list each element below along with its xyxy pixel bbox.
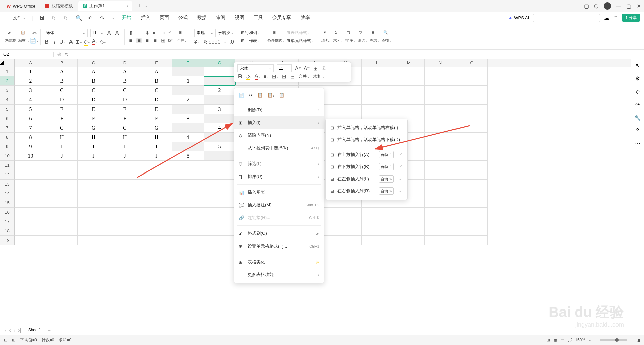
cell-F7[interactable] — [172, 123, 204, 133]
cell-C11[interactable] — [78, 161, 109, 170]
mini-font-select[interactable]: 宋体⌄ — [237, 64, 274, 72]
cell-D4[interactable]: D — [109, 95, 141, 105]
ctx-copy-icon[interactable]: 📄 — [239, 93, 244, 98]
row-header-11[interactable]: 11 — [0, 161, 15, 170]
cell-B18[interactable] — [46, 226, 78, 236]
cell-O11[interactable] — [456, 161, 488, 170]
cell-O7[interactable] — [456, 123, 488, 133]
cell-A11[interactable] — [15, 161, 46, 170]
cell-N7[interactable] — [425, 123, 456, 133]
cell-E17[interactable] — [141, 217, 172, 226]
cell-K5[interactable] — [330, 105, 362, 114]
increase-font-icon[interactable]: A⁺ — [108, 30, 113, 36]
cell-D18[interactable] — [109, 226, 141, 236]
convert-button[interactable]: ⇄ 转换⌄ — [218, 30, 234, 36]
percent-icon[interactable]: % — [202, 39, 208, 45]
cut-icon[interactable]: ✂ — [32, 30, 37, 36]
cell-N5[interactable] — [425, 105, 456, 114]
ctx-insert[interactable]: ⊞插入(I)› — [234, 116, 324, 129]
col-header-A[interactable]: A — [15, 59, 46, 67]
cell-E2[interactable]: B — [141, 76, 172, 86]
cell-D11[interactable] — [109, 161, 141, 170]
cell-O5[interactable] — [456, 105, 488, 114]
sheet-last-icon[interactable]: ›| — [18, 327, 21, 333]
export-icon[interactable]: ⎙ — [52, 15, 58, 21]
mini-layout-icon[interactable]: ⊞ — [313, 66, 318, 71]
underline-icon[interactable]: U⌄ — [60, 39, 65, 45]
col-header-O[interactable]: O — [456, 59, 488, 67]
cell-B19[interactable] — [46, 236, 78, 245]
cell-E3[interactable]: C — [141, 86, 172, 95]
select-all-corner[interactable]: ◢ — [0, 59, 15, 67]
cell-D3[interactable]: C — [109, 86, 141, 95]
tab-member[interactable]: 会员专享 — [272, 13, 292, 23]
row-header-4[interactable]: 4 — [0, 95, 15, 105]
sum-button[interactable]: Σ求和⌄ — [333, 30, 343, 43]
cell-N10[interactable] — [425, 151, 456, 161]
cell-B15[interactable] — [46, 198, 78, 208]
strikethrough-icon[interactable]: A̶ — [68, 39, 73, 45]
cell-D16[interactable] — [109, 208, 141, 217]
cell-O4[interactable] — [456, 95, 488, 105]
redo-icon[interactable]: ↷ — [100, 15, 106, 21]
style-panel-icon[interactable]: ◇ — [636, 88, 640, 95]
cell-G9[interactable]: 5 — [204, 142, 235, 151]
cell-O2[interactable] — [456, 76, 488, 86]
close-icon[interactable]: ✕ — [636, 3, 641, 9]
sub-insert-row-below[interactable]: ⊞在下方插入行(B)自动⇅✓ — [326, 161, 407, 173]
ctx-paste-values-icon[interactable]: 📋 — [279, 93, 284, 98]
cell-C13[interactable] — [78, 180, 109, 189]
cell-A15[interactable] — [15, 198, 46, 208]
save-icon[interactable]: 🖫 — [40, 15, 46, 21]
cell-G18[interactable] — [204, 226, 235, 236]
ctx-cut-icon[interactable]: ✂ — [249, 93, 253, 98]
view-reading-icon[interactable]: ▭ — [560, 338, 564, 342]
distribute-icon[interactable]: ⊞ — [160, 38, 166, 43]
font-name-select[interactable]: 宋体⌄ — [44, 29, 88, 37]
cell-G5[interactable]: 3 — [204, 105, 235, 114]
cell-N19[interactable] — [425, 236, 456, 245]
conditional-format-button[interactable]: ⊞条件格式⌄ — [267, 30, 285, 43]
preview-icon[interactable]: 🔍 — [76, 15, 82, 21]
row-header-5[interactable]: 5 — [0, 105, 15, 114]
view-normal-icon[interactable]: ⊞ — [547, 338, 550, 342]
cell-E5[interactable]: E — [141, 105, 172, 114]
cell-L19[interactable] — [362, 236, 393, 245]
col-header-E[interactable]: E — [141, 59, 172, 67]
wps-ai-button[interactable]: ▲ WPS AI — [508, 15, 529, 20]
status-indicator-icon[interactable]: ⊡ — [4, 338, 7, 342]
cell-N17[interactable] — [425, 217, 456, 226]
ctx-insert-chart[interactable]: 📊插入图表 — [234, 186, 324, 199]
font-size-select[interactable]: 11⌄ — [90, 29, 105, 37]
ctx-paste-icon[interactable]: 📋 — [257, 93, 263, 98]
cell-E11[interactable] — [141, 161, 172, 170]
tab-formula[interactable]: 公式 — [178, 13, 189, 23]
row-header-17[interactable]: 17 — [0, 217, 15, 226]
row-header-12[interactable]: 12 — [0, 170, 15, 180]
col-header-M[interactable]: M — [393, 59, 425, 67]
italic-icon[interactable]: I — [52, 39, 57, 45]
align-right-icon[interactable]: ≡ — [144, 38, 150, 43]
cell-reference-box[interactable]: G2⌄ — [0, 52, 54, 57]
cell-F16[interactable] — [172, 208, 204, 217]
cell-D6[interactable]: F — [109, 114, 141, 123]
ctx-insert-comment[interactable]: 💬插入批注(M)Shift+F2 — [234, 199, 324, 211]
cell-G7[interactable]: 4 — [204, 123, 235, 133]
cell-G19[interactable] — [204, 236, 235, 245]
sidebar-toggle-icon[interactable]: ◨ — [636, 338, 640, 342]
cell-D15[interactable] — [109, 198, 141, 208]
mini-delete-icon[interactable]: ⊟ — [290, 74, 295, 79]
col-left-count[interactable]: 自动⇅ — [379, 175, 394, 183]
cell-G14[interactable] — [204, 189, 235, 198]
cell-D7[interactable]: G — [109, 123, 141, 133]
cell-O14[interactable] — [456, 189, 488, 198]
row-header-9[interactable]: 9 — [0, 142, 15, 151]
cell-B14[interactable] — [46, 189, 78, 198]
col-header-D[interactable]: D — [109, 59, 141, 67]
cell-B13[interactable] — [46, 180, 78, 189]
cell-D8[interactable]: H — [109, 133, 141, 142]
cell-D10[interactable]: J — [109, 151, 141, 161]
font-color-icon[interactable]: A⌄ — [92, 39, 98, 45]
workbook-tab[interactable]: S 工作簿1 • — [78, 1, 132, 11]
indent-increase-icon[interactable]: ⇥ — [160, 30, 166, 36]
